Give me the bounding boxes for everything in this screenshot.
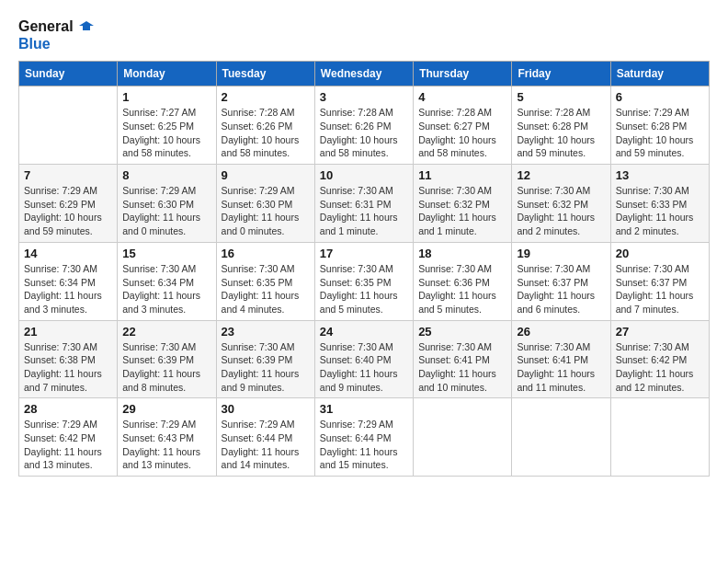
calendar-cell: 22Sunrise: 7:30 AMSunset: 6:39 PMDayligh…	[118, 320, 216, 398]
day-number: 14	[24, 247, 112, 260]
day-number: 22	[122, 325, 210, 339]
day-info: Sunrise: 7:28 AMSunset: 6:27 PMDaylight:…	[418, 106, 506, 160]
calendar-cell: 25Sunrise: 7:30 AMSunset: 6:41 PMDayligh…	[414, 320, 512, 398]
day-info: Sunrise: 7:30 AMSunset: 6:41 PMDaylight:…	[418, 340, 506, 395]
day-number: 4	[418, 90, 506, 104]
calendar-cell: 24Sunrise: 7:30 AMSunset: 6:40 PMDayligh…	[314, 320, 413, 398]
day-info: Sunrise: 7:30 AMSunset: 6:38 PMDaylight:…	[24, 340, 112, 395]
day-info: Sunrise: 7:29 AMSunset: 6:30 PMDaylight:…	[122, 184, 210, 238]
calendar-week-row: 7Sunrise: 7:29 AMSunset: 6:29 PMDaylight…	[19, 165, 710, 243]
day-number: 20	[616, 247, 704, 260]
day-number: 25	[418, 325, 506, 339]
day-info: Sunrise: 7:29 AMSunset: 6:42 PMDaylight:…	[24, 418, 112, 472]
logo-text: General Blue	[18, 18, 94, 52]
calendar-cell: 20Sunrise: 7:30 AMSunset: 6:37 PMDayligh…	[610, 242, 709, 320]
day-number: 12	[517, 168, 605, 182]
calendar-cell: 9Sunrise: 7:29 AMSunset: 6:30 PMDaylight…	[216, 165, 314, 243]
day-number: 18	[418, 247, 506, 260]
calendar-cell: 30Sunrise: 7:29 AMSunset: 6:44 PMDayligh…	[216, 398, 314, 477]
calendar-cell: 11Sunrise: 7:30 AMSunset: 6:32 PMDayligh…	[414, 165, 512, 243]
page-header: General Blue	[18, 18, 710, 52]
day-number: 24	[320, 325, 408, 339]
weekday-header: Wednesday	[314, 62, 413, 86]
calendar-cell	[512, 398, 610, 477]
day-info: Sunrise: 7:30 AMSunset: 6:34 PMDaylight:…	[122, 262, 210, 316]
calendar-cell: 26Sunrise: 7:30 AMSunset: 6:41 PMDayligh…	[512, 320, 610, 398]
day-info: Sunrise: 7:30 AMSunset: 6:33 PMDaylight:…	[616, 184, 704, 238]
day-info: Sunrise: 7:30 AMSunset: 6:39 PMDaylight:…	[122, 340, 210, 395]
day-info: Sunrise: 7:28 AMSunset: 6:26 PMDaylight:…	[222, 106, 310, 160]
calendar-cell: 1Sunrise: 7:27 AMSunset: 6:25 PMDaylight…	[118, 86, 216, 165]
calendar-cell: 14Sunrise: 7:30 AMSunset: 6:34 PMDayligh…	[19, 242, 118, 320]
day-number: 6	[616, 90, 704, 104]
weekday-header: Thursday	[414, 62, 512, 86]
calendar-cell: 18Sunrise: 7:30 AMSunset: 6:36 PMDayligh…	[414, 242, 512, 320]
calendar-cell: 2Sunrise: 7:28 AMSunset: 6:26 PMDaylight…	[216, 86, 314, 165]
calendar-cell: 5Sunrise: 7:28 AMSunset: 6:28 PMDaylight…	[512, 86, 610, 165]
day-info: Sunrise: 7:30 AMSunset: 6:39 PMDaylight:…	[222, 340, 310, 395]
day-info: Sunrise: 7:29 AMSunset: 6:44 PMDaylight:…	[320, 418, 408, 472]
calendar-cell: 17Sunrise: 7:30 AMSunset: 6:35 PMDayligh…	[314, 242, 413, 320]
day-info: Sunrise: 7:30 AMSunset: 6:32 PMDaylight:…	[418, 184, 506, 238]
calendar-cell: 27Sunrise: 7:30 AMSunset: 6:42 PMDayligh…	[610, 320, 709, 398]
day-info: Sunrise: 7:30 AMSunset: 6:41 PMDaylight:…	[517, 340, 605, 395]
day-info: Sunrise: 7:30 AMSunset: 6:37 PMDaylight:…	[517, 262, 605, 316]
day-info: Sunrise: 7:29 AMSunset: 6:30 PMDaylight:…	[222, 184, 310, 238]
day-number: 15	[122, 247, 210, 260]
calendar-week-row: 21Sunrise: 7:30 AMSunset: 6:38 PMDayligh…	[19, 320, 710, 398]
day-info: Sunrise: 7:30 AMSunset: 6:35 PMDaylight:…	[320, 262, 408, 316]
day-info: Sunrise: 7:29 AMSunset: 6:43 PMDaylight:…	[122, 418, 210, 472]
calendar-cell: 16Sunrise: 7:30 AMSunset: 6:35 PMDayligh…	[216, 242, 314, 320]
calendar-week-row: 14Sunrise: 7:30 AMSunset: 6:34 PMDayligh…	[19, 242, 710, 320]
calendar-body: 1Sunrise: 7:27 AMSunset: 6:25 PMDaylight…	[19, 86, 710, 477]
logo: General Blue	[18, 18, 94, 52]
calendar-cell: 19Sunrise: 7:30 AMSunset: 6:37 PMDayligh…	[512, 242, 610, 320]
weekday-header: Monday	[118, 62, 216, 86]
day-number: 7	[24, 168, 112, 182]
calendar-cell: 13Sunrise: 7:30 AMSunset: 6:33 PMDayligh…	[610, 165, 709, 243]
day-info: Sunrise: 7:29 AMSunset: 6:44 PMDaylight:…	[222, 418, 310, 472]
day-info: Sunrise: 7:30 AMSunset: 6:42 PMDaylight:…	[616, 340, 704, 395]
calendar-cell	[414, 398, 512, 477]
weekday-header: Tuesday	[216, 62, 314, 86]
day-number: 17	[320, 247, 408, 260]
calendar-cell: 10Sunrise: 7:30 AMSunset: 6:31 PMDayligh…	[314, 165, 413, 243]
day-info: Sunrise: 7:28 AMSunset: 6:28 PMDaylight:…	[517, 106, 605, 160]
day-number: 26	[517, 325, 605, 339]
weekday-header: Saturday	[610, 62, 709, 86]
calendar-week-row: 1Sunrise: 7:27 AMSunset: 6:25 PMDaylight…	[19, 86, 710, 165]
day-number: 10	[320, 168, 408, 182]
day-info: Sunrise: 7:30 AMSunset: 6:36 PMDaylight:…	[418, 262, 506, 316]
day-number: 1	[122, 90, 210, 104]
day-info: Sunrise: 7:28 AMSunset: 6:26 PMDaylight:…	[320, 106, 408, 160]
calendar-week-row: 28Sunrise: 7:29 AMSunset: 6:42 PMDayligh…	[19, 398, 710, 477]
weekday-header: Friday	[512, 62, 610, 86]
day-info: Sunrise: 7:30 AMSunset: 6:34 PMDaylight:…	[24, 262, 112, 316]
day-info: Sunrise: 7:29 AMSunset: 6:28 PMDaylight:…	[616, 106, 704, 160]
calendar-cell: 31Sunrise: 7:29 AMSunset: 6:44 PMDayligh…	[314, 398, 413, 477]
calendar-cell: 8Sunrise: 7:29 AMSunset: 6:30 PMDaylight…	[118, 165, 216, 243]
calendar-cell: 12Sunrise: 7:30 AMSunset: 6:32 PMDayligh…	[512, 165, 610, 243]
calendar-table: SundayMondayTuesdayWednesdayThursdayFrid…	[18, 61, 710, 477]
day-number: 16	[222, 247, 310, 260]
day-number: 21	[24, 325, 112, 339]
day-number: 19	[517, 247, 605, 260]
day-number: 23	[222, 325, 310, 339]
day-info: Sunrise: 7:30 AMSunset: 6:40 PMDaylight:…	[320, 340, 408, 395]
calendar-header: SundayMondayTuesdayWednesdayThursdayFrid…	[19, 62, 710, 86]
calendar-cell: 6Sunrise: 7:29 AMSunset: 6:28 PMDaylight…	[610, 86, 709, 165]
day-number: 31	[320, 402, 408, 416]
weekday-header: Sunday	[19, 62, 118, 86]
calendar-cell: 4Sunrise: 7:28 AMSunset: 6:27 PMDaylight…	[414, 86, 512, 165]
svg-marker-0	[79, 21, 94, 30]
calendar-cell: 29Sunrise: 7:29 AMSunset: 6:43 PMDayligh…	[118, 398, 216, 477]
day-info: Sunrise: 7:30 AMSunset: 6:37 PMDaylight:…	[616, 262, 704, 316]
calendar-cell: 28Sunrise: 7:29 AMSunset: 6:42 PMDayligh…	[19, 398, 118, 477]
calendar-cell: 21Sunrise: 7:30 AMSunset: 6:38 PMDayligh…	[19, 320, 118, 398]
day-info: Sunrise: 7:30 AMSunset: 6:35 PMDaylight:…	[222, 262, 310, 316]
calendar-cell: 3Sunrise: 7:28 AMSunset: 6:26 PMDaylight…	[314, 86, 413, 165]
day-number: 11	[418, 168, 506, 182]
logo-bird-icon	[77, 19, 94, 36]
day-info: Sunrise: 7:30 AMSunset: 6:31 PMDaylight:…	[320, 184, 408, 238]
day-number: 28	[24, 402, 112, 416]
